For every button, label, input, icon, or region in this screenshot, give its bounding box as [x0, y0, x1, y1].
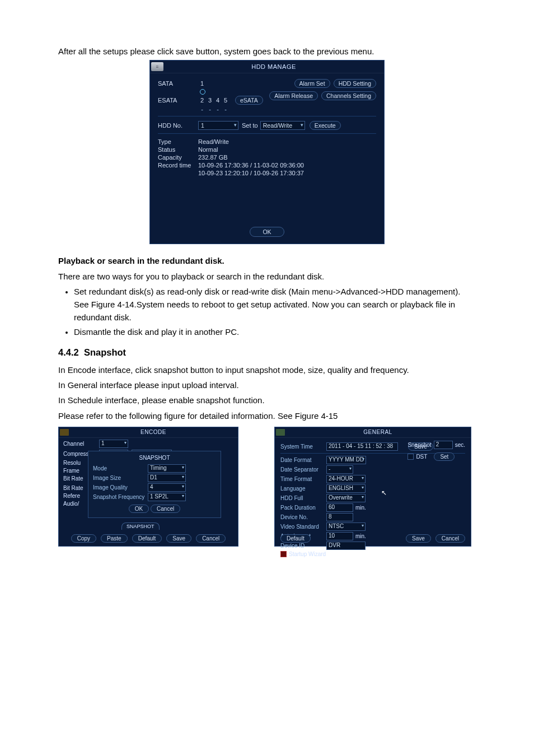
set-to-label: Set to [242, 122, 258, 129]
general-window-title: GENERAL [285, 429, 471, 435]
save-button[interactable]: Save [166, 534, 191, 543]
hdd-manage-window: ≡ HDD MANAGE Alarm Set HDD Setting Alarm… [149, 60, 385, 244]
window-drag-icon[interactable]: ≡ [151, 62, 163, 71]
snap-p1: In Encode interface, click snapshot butt… [58, 363, 476, 376]
hdd-titlebar: ≡ HDD MANAGE [150, 60, 384, 73]
status-value: Normal [198, 146, 218, 153]
general-default-button[interactable]: Default [280, 534, 311, 543]
snapshot-cancel-button[interactable]: Cancel [151, 505, 180, 513]
device-id-label: Device ID [280, 543, 324, 549]
copy-button[interactable]: Copy [71, 534, 96, 543]
alarm-set-button[interactable]: Alarm Set [294, 79, 330, 88]
channels-setting-button[interactable]: Channels Setting [321, 91, 376, 100]
esata-status-icons: ---- [198, 106, 229, 113]
snapshot-label: Snapshot [407, 442, 431, 448]
channel-select[interactable]: 1 [99, 440, 128, 448]
sata-status-icons [198, 88, 207, 95]
dst-checkbox[interactable]: DST Set [407, 452, 455, 461]
pack-duration-label: Pack Duration [280, 505, 324, 511]
sata-numbers: 1 [198, 80, 206, 87]
time-format-select[interactable]: 24-HOUR [326, 475, 366, 483]
general-window: GENERAL System Time 2011 - 04 - 15 11 : … [274, 427, 471, 547]
alarm-release-button[interactable]: Alarm Release [269, 91, 318, 100]
image-size-select[interactable]: D1 [148, 474, 186, 482]
hdd-full-label: HDD Full [280, 495, 324, 501]
snapshot-interval-input[interactable]: 2 [434, 441, 453, 449]
dst-set-button[interactable]: Set [434, 452, 455, 461]
general-save-button[interactable]: Save [406, 534, 431, 543]
hdd-setting-button[interactable]: HDD Setting [334, 79, 376, 88]
hdd-full-select[interactable]: Overwrite [326, 494, 366, 502]
video-standard-select[interactable]: NTSC [326, 522, 366, 531]
snapshot-frequency-select[interactable]: 1 SP2L [148, 493, 186, 501]
record-time-label: Record time [158, 162, 198, 169]
esata-label: ESATA [158, 97, 198, 104]
general-cancel-button[interactable]: Cancel [435, 534, 465, 543]
section-header: 4.4.2 Snapshot [58, 347, 476, 358]
bullet-2: Dismantle the disk and play it in anothe… [74, 325, 476, 338]
language-select[interactable]: ENGLISH [326, 484, 366, 493]
ok-button[interactable]: OK [250, 227, 284, 237]
snapshot-frequency-label: Snapshot Frequency [93, 494, 146, 500]
date-separator-label: Date Separator [280, 466, 324, 473]
capacity-value: 232.87 GB [198, 154, 228, 161]
language-label: Language [280, 486, 324, 492]
startup-wizard-label: Startup Wizard [289, 551, 326, 557]
image-quality-select[interactable]: 4 [148, 483, 186, 492]
status-ok-icon [200, 89, 205, 95]
record-time-2: 10-09-23 12:20:10 / 10-09-26 17:30:37 [198, 170, 304, 176]
snap-p3: In Schedule interface, please enable sna… [58, 394, 476, 407]
image-quality-label: Image Quality [93, 484, 146, 491]
dst-label: DST [416, 454, 427, 460]
type-value: Read/Write [198, 138, 229, 145]
cursor-icon: ↖ [381, 489, 387, 497]
snapshot-ok-button[interactable]: OK [129, 505, 149, 513]
snapshot-popup-title: SNAPSHOT [93, 455, 216, 461]
playback-intro: There are two ways for you to playback o… [58, 270, 476, 283]
hdd-window-title: HDD MANAGE [163, 63, 384, 70]
general-window-icon [276, 429, 285, 436]
cancel-button[interactable]: Cancel [196, 534, 226, 543]
video-standard-label: Video Standard [280, 524, 324, 530]
status-label: Status [158, 146, 198, 153]
checkbox-icon [280, 551, 287, 557]
set-to-select[interactable]: Read/Write [260, 121, 305, 130]
capacity-label: Capacity [158, 154, 198, 161]
default-button[interactable]: Default [132, 534, 162, 543]
sata-label: SATA [158, 80, 198, 87]
bullet-1: Set redundant disk(s) as read-only disk … [74, 285, 476, 324]
snapshot-tab[interactable]: SNAPSHOT [121, 522, 160, 530]
paste-button[interactable]: Paste [101, 534, 128, 543]
date-separator-select[interactable]: - [326, 465, 353, 474]
execute-button[interactable]: Execute [310, 121, 341, 130]
mode-label: Mode [93, 465, 146, 472]
snapshot-popup: SNAPSHOT ModeTiming Image SizeD1 Image Q… [88, 451, 221, 518]
snap-p4: Please refer to the following figure for… [58, 409, 476, 422]
esata-numbers: 2345 [198, 97, 229, 104]
hdd-no-label: HDD No. [158, 122, 198, 129]
hdd-no-select[interactable]: 1 [198, 121, 238, 130]
encode-window-title: ENCODE [69, 429, 238, 435]
device-no-input[interactable]: 8 [326, 513, 353, 521]
device-no-label: Device No. [280, 514, 324, 520]
pack-duration-input[interactable]: 60 [326, 503, 353, 512]
system-time-label: System Time [280, 444, 324, 450]
date-format-select[interactable]: YYYY MM DD [326, 456, 366, 464]
startup-wizard-checkbox[interactable]: Startup Wizard [280, 551, 465, 557]
image-size-label: Image Size [93, 475, 146, 481]
system-time-input[interactable]: 2011 - 04 - 15 11 : 52 : 38 [326, 442, 398, 451]
encode-window-icon [60, 429, 69, 436]
intro-text: After all the setups please click save b… [58, 45, 476, 58]
pack-duration-unit: min. [355, 505, 366, 511]
time-format-label: Time Format [280, 476, 324, 482]
snapshot-unit: sec. [455, 442, 465, 448]
checkbox-icon [407, 454, 414, 460]
esata-button[interactable]: eSATA [235, 96, 263, 105]
device-id-input[interactable]: DVR [326, 542, 366, 550]
record-time-1: 10-09-26 17:30:36 / 11-03-02 09:36:00 [198, 162, 304, 169]
playback-header: Playback or search in the redundant disk… [58, 254, 476, 267]
snap-p2: In General interface please input upload… [58, 379, 476, 391]
date-format-label: Date Format [280, 457, 324, 463]
mode-select[interactable]: Timing [148, 464, 186, 473]
encode-window: ENCODE Channel 1 Compression H 264 Extra… [58, 427, 238, 547]
